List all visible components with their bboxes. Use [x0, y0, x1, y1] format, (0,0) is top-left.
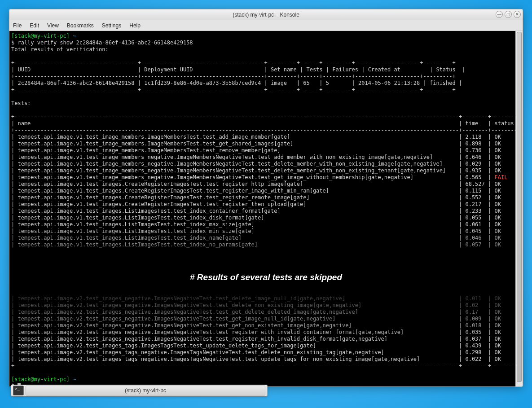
menubar: File Edit View Bookmarks Settings Help: [9, 20, 523, 31]
terminal-container: [stack@my-virt-pc] ~ $ rally verify show…: [9, 31, 523, 386]
window-title: (stack) my-virt-pc – Konsole: [233, 12, 299, 18]
menu-bookmarks[interactable]: Bookmarks: [67, 22, 94, 29]
taskbar-item[interactable]: (stack) my-virt-pc: [26, 386, 265, 395]
terminal[interactable]: [stack@my-virt-pc] ~ $ rally verify show…: [9, 31, 515, 386]
minimize-button[interactable]: —: [496, 11, 503, 18]
maximize-button[interactable]: ▢: [505, 11, 512, 18]
close-button[interactable]: ✕: [514, 11, 521, 18]
titlebar[interactable]: (stack) my-virt-pc – Konsole — ▢ ✕: [9, 9, 523, 20]
scrollbar[interactable]: [515, 31, 523, 386]
menu-edit[interactable]: Edit: [30, 22, 39, 29]
scrollbar-thumb[interactable]: [517, 32, 522, 382]
menu-settings[interactable]: Settings: [102, 22, 121, 29]
konsole-window: (stack) my-virt-pc – Konsole — ▢ ✕ File …: [9, 9, 523, 387]
taskbar: (stack) my-virt-pc: [11, 385, 268, 396]
window-controls: — ▢ ✕: [496, 11, 521, 18]
menu-file[interactable]: File: [13, 22, 22, 29]
taskbar-item-label: (stack) my-virt-pc: [125, 387, 166, 394]
menu-help[interactable]: Help: [129, 22, 141, 29]
menu-view[interactable]: View: [47, 22, 59, 29]
terminal-icon[interactable]: [13, 386, 24, 395]
